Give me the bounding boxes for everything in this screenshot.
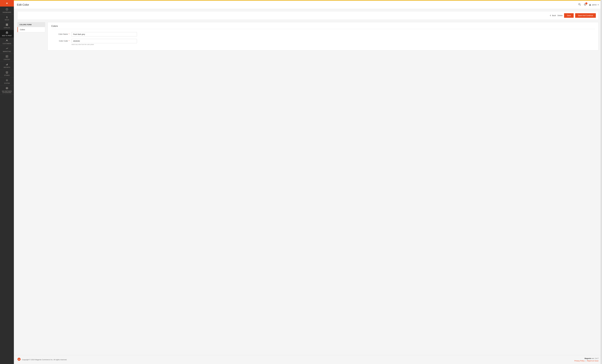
color-name-input[interactable] <box>71 32 137 36</box>
scrollbar[interactable] <box>601 0 602 364</box>
required-marker: * <box>69 33 69 35</box>
color-code-label: Color Code * <box>51 39 71 42</box>
save-button[interactable]: Save <box>564 13 574 18</box>
svg-rect-19 <box>7 64 8 65</box>
svg-point-12 <box>6 40 7 41</box>
delete-button[interactable]: Delete <box>558 14 563 17</box>
color-name-input-wrap <box>71 32 137 36</box>
svg-rect-5 <box>6 24 7 25</box>
sidebar-item-content[interactable]: CONTENT <box>0 54 14 62</box>
dashboard-icon <box>6 8 8 11</box>
sidebar-item-label: SALES <box>5 19 9 21</box>
page-title: Edit Color <box>17 3 29 6</box>
svg-rect-7 <box>6 25 7 26</box>
privacy-policy-link[interactable]: Privacy Policy <box>574 360 585 362</box>
sidebar-item-label: DASHBOARD <box>3 12 11 13</box>
sidebar-item-customers[interactable]: CUSTOMERS <box>0 38 14 46</box>
sidebar-item-label: STORES <box>4 75 10 76</box>
sidebar-item-dashboard[interactable]: DASHBOARD <box>0 7 14 14</box>
sidebar-item-sales[interactable]: $ SALES <box>0 14 14 22</box>
svg-point-3 <box>7 9 7 10</box>
sidebar-item-label: CATALOG <box>4 27 10 29</box>
topbar: Edit Color 1 admin <box>14 1 602 9</box>
form-section-title: Colors <box>51 25 595 29</box>
color-code-input-wrap: select any color from the color picker <box>71 39 137 45</box>
svg-rect-9 <box>6 32 8 33</box>
svg-text:M: M <box>18 358 20 360</box>
sidebar-item-label: REPORTS <box>4 67 10 68</box>
back-button[interactable]: Back <box>549 14 556 17</box>
svg-text:M: M <box>6 2 8 4</box>
left-panel: COLORS FORM Colors <box>17 22 45 32</box>
sales-icon: $ <box>6 16 8 19</box>
content-area: Back Delete Save Save And Continue COLOR… <box>14 9 602 355</box>
web-to-print-icon <box>6 31 8 34</box>
footer-version: ver. 2.4.7 <box>592 357 599 359</box>
back-arrow-icon <box>549 15 551 16</box>
left-panel-item-colors[interactable]: Colors <box>18 27 45 32</box>
svg-rect-10 <box>6 32 7 32</box>
svg-point-25 <box>579 3 580 5</box>
sidebar-item-partners-extensions[interactable]: IND PARTNERS EXTENSIONS <box>0 86 14 95</box>
sidebar-item-label: IND PARTNERS EXTENSIONS <box>0 91 13 93</box>
sidebar-logo: M <box>0 0 14 7</box>
notification-button[interactable]: 1 <box>583 3 587 7</box>
footer-separator: | <box>585 360 586 362</box>
svg-rect-18 <box>7 64 7 65</box>
customers-icon <box>6 39 8 43</box>
svg-line-26 <box>580 5 581 6</box>
sidebar: M DASHBOARD $ SALES CATALOG WEB TO PRINT… <box>0 0 14 364</box>
catalog-icon <box>6 23 8 27</box>
svg-point-27 <box>590 4 591 5</box>
color-name-label: Color Name * <box>51 32 71 35</box>
reports-icon <box>6 63 8 66</box>
sidebar-item-reports[interactable]: REPORTS <box>0 62 14 70</box>
footer-logo: M <box>17 358 21 362</box>
color-code-row: Color Code * select any color from the c… <box>51 39 595 45</box>
topbar-actions: 1 admin <box>578 3 599 7</box>
color-code-input[interactable] <box>71 39 137 43</box>
sidebar-item-label: WEB TO PRINT <box>2 35 12 36</box>
main-content: Edit Color 1 admin Back Delet <box>14 0 602 364</box>
footer-right: Magento ver. 2.4.7 Privacy Policy | Repo… <box>574 357 599 362</box>
sidebar-item-web-to-print[interactable]: WEB TO PRINT <box>0 30 14 38</box>
footer-copyright: Copyright © 2024 Magento Commerce Inc. A… <box>22 359 67 361</box>
sidebar-item-label: CUSTOMERS <box>3 43 11 44</box>
svg-rect-17 <box>6 64 6 65</box>
form-layout: COLORS FORM Colors Colors Color Name * <box>17 22 599 50</box>
required-marker: * <box>69 40 69 42</box>
left-panel-title: COLORS FORM <box>18 22 45 27</box>
right-panel: Colors Color Name * Color Code * <box>48 22 599 50</box>
report-issue-link[interactable]: Report an Issue <box>587 360 599 362</box>
footer-magento-label: Magento <box>584 357 591 359</box>
sidebar-item-label: MARKETING <box>3 51 11 52</box>
content-icon <box>6 55 8 58</box>
chevron-down-icon <box>597 4 599 6</box>
svg-marker-24 <box>6 88 7 89</box>
admin-username: admin <box>592 4 597 6</box>
sidebar-item-marketing[interactable]: MARKETING <box>0 46 14 54</box>
sidebar-item-system[interactable]: SYSTEM <box>0 77 14 86</box>
system-icon <box>6 79 8 82</box>
color-name-row: Color Name * <box>51 32 595 36</box>
svg-rect-21 <box>7 73 7 73</box>
marketing-icon <box>6 47 8 50</box>
footer-left: M Copyright © 2024 Magento Commerce Inc.… <box>17 358 67 362</box>
footer: M Copyright © 2024 Magento Commerce Inc.… <box>14 355 602 364</box>
sidebar-item-stores[interactable]: STORES <box>0 70 14 77</box>
sidebar-item-label: CONTENT <box>4 59 10 60</box>
sidebar-item-catalog[interactable]: CATALOG <box>0 22 14 30</box>
svg-point-22 <box>7 80 7 81</box>
sidebar-item-label: SYSTEM <box>4 83 10 84</box>
notification-badge: 1 <box>585 2 587 4</box>
save-and-continue-button[interactable]: Save And Continue <box>575 13 596 18</box>
action-bar: Back Delete Save Save And Continue <box>17 11 599 20</box>
user-icon <box>589 4 591 6</box>
partners-extensions-icon <box>6 87 8 90</box>
svg-rect-8 <box>7 25 8 26</box>
color-code-hint: select any color from the color picker <box>71 44 137 45</box>
admin-user-menu[interactable]: admin <box>589 4 599 6</box>
search-button[interactable] <box>578 3 581 7</box>
search-icon <box>578 3 581 6</box>
svg-rect-6 <box>7 24 8 25</box>
